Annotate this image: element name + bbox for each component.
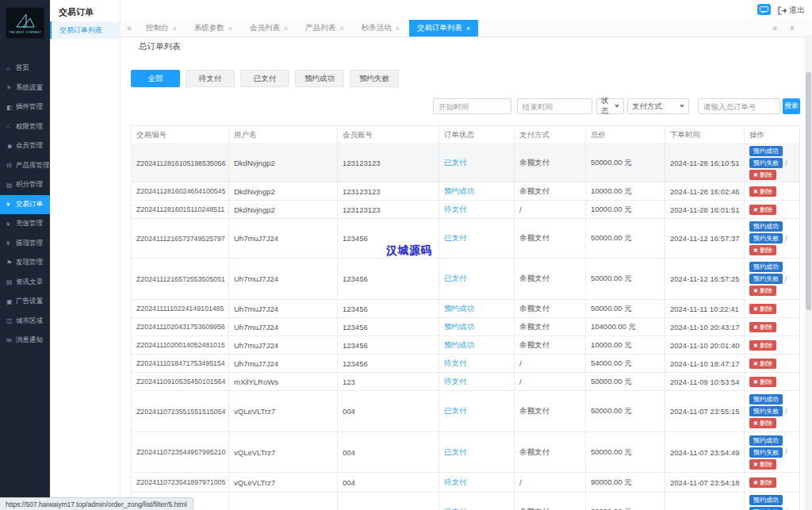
sidebar-item-6[interactable]: ▤积分管理 — [0, 175, 50, 195]
table-row: Z2024111110224149101485Uh7muJ7J24123456预… — [132, 300, 800, 318]
reserve-success-button[interactable]: 预约成功 — [749, 262, 783, 272]
sidebar-item-14[interactable]: ✉消息通知 — [0, 331, 50, 351]
reserve-success-button[interactable]: 预约成功 — [749, 435, 783, 446]
filter-button-1[interactable]: 待支付 — [186, 70, 235, 87]
delete-button[interactable]: ✖删除 — [749, 459, 776, 470]
tab-close-icon[interactable]: × — [466, 25, 470, 33]
scrollbar-track[interactable] — [805, 35, 812, 510]
sidebar-item-12[interactable]: ▣广告设置 — [0, 292, 50, 312]
tab-close-icon[interactable]: × — [284, 25, 288, 33]
delete-button[interactable]: ✖删除 — [749, 186, 776, 197]
filter-button-0[interactable]: 全部 — [131, 70, 180, 87]
order-no-input[interactable] — [698, 98, 780, 114]
delete-button[interactable]: ✖删除 — [749, 304, 776, 314]
delete-button[interactable]: ✖删除 — [749, 286, 776, 296]
tab-2[interactable]: 会员列表× — [242, 20, 296, 36]
order-status-link[interactable]: 已支付 — [444, 447, 467, 456]
sidebar-item-0[interactable]: ⌂首页 — [0, 59, 50, 79]
sidebar-item-1[interactable]: ✳系统设置 — [0, 79, 50, 98]
reserve-fail-button[interactable]: 预约失败 — [749, 274, 783, 284]
order-status-link[interactable]: 已支付 — [444, 507, 467, 510]
filter-button-2[interactable]: 已支付 — [240, 70, 289, 87]
delete-button[interactable]: ✖删除 — [749, 245, 776, 255]
status-select[interactable]: 状态 — [596, 98, 624, 114]
order-status-link[interactable]: 已支付 — [444, 233, 467, 242]
sidebar-item-3[interactable]: ∴权限管理 — [0, 117, 50, 137]
message-icon[interactable] — [757, 4, 771, 15]
tab-4[interactable]: 秒杀活动× — [354, 20, 408, 36]
reserve-success-button[interactable]: 预约成功 — [749, 146, 783, 156]
action-separator: / — [785, 448, 787, 456]
order-status-link[interactable]: 预约成功 — [444, 340, 474, 349]
delete-button[interactable]: ✖删除 — [749, 205, 776, 215]
order-status-link[interactable]: 待支付 — [444, 377, 467, 385]
reserve-fail-button[interactable]: 预约失败 — [749, 406, 783, 416]
reserve-success-button[interactable]: 预约成功 — [749, 495, 783, 505]
sidebar-item-9[interactable]: ¥提现管理 — [0, 234, 50, 254]
delete-button[interactable]: ✖删除 — [749, 322, 776, 332]
tab-3[interactable]: 产品列表× — [297, 20, 351, 36]
username-cell: vQLeVLTrz7 — [229, 432, 338, 473]
order-status-link[interactable]: 待支付 — [444, 205, 467, 213]
end-time-input[interactable] — [517, 98, 592, 114]
reserve-success-button[interactable]: 预约成功 — [749, 221, 783, 232]
sidebar-item-13[interactable]: ◫城市区域 — [0, 312, 50, 332]
tabs-close-all-icon[interactable]: × — [783, 20, 801, 36]
search-button[interactable]: 搜索 — [783, 98, 800, 114]
tab-close-icon[interactable]: × — [396, 25, 400, 33]
reserve-fail-button[interactable]: 预约失败 — [749, 158, 783, 168]
pay-method-select[interactable]: 支付方式 — [627, 98, 689, 114]
order-status-link[interactable]: 已支付 — [444, 274, 467, 282]
delete-button[interactable]: ✖删除 — [749, 418, 776, 428]
delete-button[interactable]: ✖删除 — [749, 377, 776, 387]
total-cell: 10000.00 元 — [586, 182, 665, 201]
sidebar-item-10[interactable]: ⚑发现管理 — [0, 253, 50, 273]
tabs-scroll-right-icon[interactable]: » — [766, 20, 783, 36]
delete-button[interactable]: ✖删除 — [749, 359, 776, 369]
reserve-fail-button[interactable]: 预约失败 — [749, 447, 783, 458]
order-status-link[interactable]: 预约成功 — [444, 304, 474, 313]
tab-close-icon[interactable]: × — [339, 25, 343, 33]
tab-close-icon[interactable]: × — [228, 25, 232, 33]
pay-method-cell: 余额支付 — [515, 493, 586, 510]
order-status-link[interactable]: 待支付 — [444, 359, 467, 367]
scrollbar-thumb[interactable] — [806, 72, 811, 310]
logout-button[interactable]: 退出 — [778, 5, 805, 16]
sidebar-item-11[interactable]: ▤资讯文章 — [0, 273, 50, 293]
product-icon: ⊟ — [6, 162, 16, 169]
order-status-link[interactable]: 预约成功 — [444, 322, 474, 331]
start-time-input[interactable] — [433, 98, 511, 114]
tabs-scroll-left-icon[interactable]: « — [121, 20, 138, 36]
tab-1[interactable]: 系统参数× — [186, 20, 240, 36]
delete-button[interactable]: ✖删除 — [749, 340, 776, 351]
order-status-link[interactable]: 已支付 — [444, 158, 467, 167]
filter-button-3[interactable]: 预约成功 — [295, 70, 344, 87]
filter-button-4[interactable]: 预约失败 — [350, 70, 399, 87]
reserve-fail-button[interactable]: 预约失败 — [749, 233, 783, 243]
article-icon: ▤ — [6, 278, 16, 286]
order-status-link[interactable]: 待支付 — [444, 477, 467, 486]
actions-cell: ✖删除 — [745, 318, 800, 336]
delete-button[interactable]: ✖删除 — [749, 170, 776, 180]
table-row: Z2024111216573749525797Uh7muJ7J24123456已… — [132, 219, 800, 259]
total-cell: 60000.00 元 — [586, 493, 665, 510]
sidebar-item-7[interactable]: ¥交易订单 — [0, 195, 50, 215]
tab-5[interactable]: 交易订单列表× — [409, 20, 478, 36]
sidebar-item-2[interactable]: ◧插件管理 — [0, 98, 50, 117]
tab-0[interactable]: 控制台× — [138, 20, 185, 36]
total-cell: 50000.00 元 — [586, 391, 665, 432]
delete-button[interactable]: ✖删除 — [749, 477, 776, 488]
sidebar-item-4[interactable]: ☻会员管理 — [0, 136, 50, 156]
sidebar-item-5[interactable]: ⊟产品库管理 — [0, 156, 50, 176]
tab-close-icon[interactable]: × — [173, 25, 177, 33]
sidebar-item-order-list[interactable]: 交易订单列表 — [50, 21, 121, 39]
order-status-link[interactable]: 已支付 — [444, 406, 467, 415]
actions-cell: 预约成功预约失败/✖删除 — [745, 259, 800, 300]
reserve-fail-button[interactable]: 预约失败 — [749, 507, 783, 510]
reserve-success-button[interactable]: 预约成功 — [749, 394, 783, 405]
city-icon: ◫ — [6, 317, 16, 324]
username-cell: Uh7muJ7J24 — [229, 300, 338, 318]
primary-sidebar: THE BEST COMPANY ⌂首页✳系统设置◧插件管理∴权限管理☻会员管理… — [0, 0, 50, 510]
sidebar-item-8[interactable]: ¥充值管理 — [0, 214, 50, 234]
order-status-link[interactable]: 预约成功 — [444, 186, 474, 195]
